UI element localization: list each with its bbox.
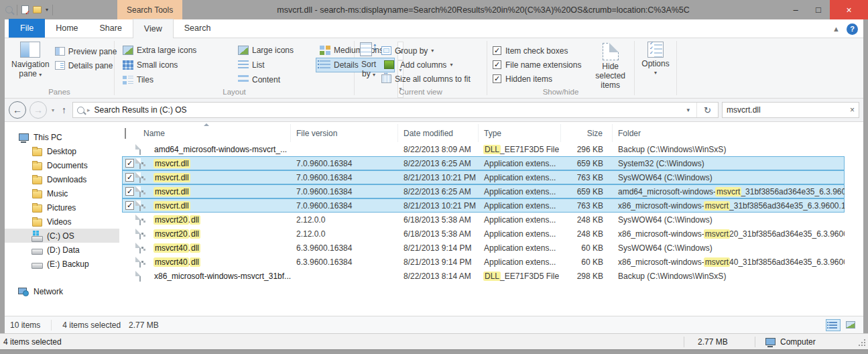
tab-share[interactable]: Share [89, 19, 133, 38]
item-checkbox[interactable]: ✓ [125, 187, 134, 196]
options-button[interactable]: Options ▾ [641, 42, 669, 98]
details-pane-button[interactable]: Details pane [55, 58, 117, 72]
column-header-name[interactable]: Name [138, 124, 291, 142]
thumbnails-view-toggle[interactable] [843, 319, 858, 331]
checkbox-icon[interactable]: ✓ [493, 46, 501, 55]
group-label-layout: Layout [115, 88, 354, 96]
table-row[interactable]: msvcrt20.dll2.12.0.06/18/2013 5:38 AMApp… [122, 227, 845, 241]
checkbox-item-check-boxes[interactable]: ✓Item check boxes [493, 44, 581, 58]
checkbox-icon[interactable]: ✓ [493, 60, 501, 69]
group-by-button[interactable]: Group by ▾ [381, 44, 471, 58]
sidebar-item-downloads[interactable]: Downloads [5, 172, 119, 186]
size-all-columns-button[interactable]: Size all columns to fit [381, 72, 471, 86]
sidebar-item-pictures[interactable]: Pictures [5, 200, 119, 215]
minimize-ribbon-icon[interactable]: ▲ [832, 25, 840, 33]
preview-pane-button[interactable]: Preview pane [55, 44, 117, 58]
sidebar-item-documents[interactable]: Documents [5, 158, 119, 172]
new-folder-icon[interactable] [33, 6, 42, 13]
sidebar-item--e-backup[interactable]: (E:) Backup [5, 257, 119, 271]
layout-extra-large-icons-button[interactable]: Extra large icons [119, 43, 234, 58]
column-header-folder[interactable]: Folder [613, 124, 845, 142]
properties-icon[interactable] [21, 5, 29, 14]
resize-grip[interactable] [856, 337, 867, 347]
cell-folder: amd64_microsoft-windows-msvcrt_31bf3856a… [613, 187, 845, 196]
forward-button[interactable]: → [29, 101, 47, 119]
details-view-toggle[interactable] [826, 319, 841, 331]
layout-item-label: Extra large icons [137, 46, 196, 55]
checkbox-file-name-extensions[interactable]: ✓File name extensions [493, 58, 581, 72]
cell-name: msvcrt20.dll [151, 229, 291, 239]
search-icon[interactable] [5, 6, 13, 13]
column-header-file-version[interactable]: File version [291, 124, 398, 142]
layout-large-icons-button[interactable]: Large icons [234, 43, 316, 58]
group-label-current-view: Current view [355, 88, 487, 96]
add-columns-button[interactable]: Add columns ▾ [381, 58, 471, 72]
select-all-checkbox[interactable] [125, 128, 126, 139]
large-icons-icon [238, 46, 249, 55]
table-row[interactable]: msvcrt20.dll2.12.0.06/18/2013 5:38 AMApp… [122, 213, 845, 227]
sidebar-item--c-os[interactable]: (C:) OS [5, 229, 119, 243]
close-button[interactable]: × [830, 0, 868, 19]
sidebar-item-music[interactable]: Music [5, 186, 119, 200]
recent-locations-icon[interactable]: ▾ [50, 107, 56, 113]
table-row[interactable]: ✓msvcrt.dll7.0.9600.163848/22/2013 6:25 … [122, 184, 845, 198]
up-button[interactable]: ↑ [59, 105, 69, 115]
tab-file[interactable]: File [9, 19, 45, 38]
sidebar-item-label: Downloads [47, 175, 86, 184]
column-header-size[interactable]: Size [561, 124, 613, 142]
sidebar-item-videos[interactable]: Videos [5, 215, 119, 229]
sidebar-item-network[interactable]: Network [5, 284, 119, 298]
sidebar-item-desktop[interactable]: Desktop [5, 144, 119, 158]
tab-search[interactable]: Search [174, 19, 222, 38]
window-controls: – □ × [784, 0, 868, 19]
checkbox-hidden-items[interactable]: ✓Hidden items [493, 72, 581, 86]
table-row[interactable]: ✓msvcrt.dll7.0.9600.163848/22/2013 6:25 … [122, 156, 845, 170]
layout-tiles-view-button[interactable]: Tiles [119, 72, 234, 87]
table-row[interactable]: msvcrt40.dll6.3.9600.163848/21/2013 9:14… [122, 255, 845, 269]
file-icon-cell [138, 145, 151, 154]
cell-folder: Backup (C:\Windows\WinSxS) [613, 272, 845, 281]
cell-file-version: 6.3.9600.16384 [291, 257, 398, 267]
layout-content-view-button[interactable]: Content [234, 72, 316, 87]
back-button[interactable]: ← [9, 101, 26, 119]
checkbox-icon[interactable]: ✓ [493, 74, 501, 83]
table-row[interactable]: amd64_microsoft-windows-msvcrt_...8/22/2… [122, 142, 845, 156]
item-checkbox[interactable]: ✓ [125, 173, 134, 182]
tab-home[interactable]: Home [45, 19, 88, 38]
column-header-type[interactable]: Type [479, 124, 561, 142]
cell-date-modified: 8/22/2013 8:09 AM [398, 145, 479, 154]
folder-icon [32, 146, 42, 157]
cell-size: 296 KB [561, 145, 613, 154]
thumbnails-view-icon [846, 321, 855, 329]
sidebar-item-this-pc[interactable]: This PC [5, 130, 119, 144]
sidebar-item--d-data[interactable]: (D:) Data [5, 243, 119, 257]
cell-file-version: 6.3.9600.16384 [291, 243, 398, 253]
address-dropdown-icon[interactable]: ▾ [682, 107, 696, 113]
layout-small-icons-button[interactable]: Small icons [119, 58, 234, 72]
table-row[interactable]: msvcrt40.dll6.3.9600.163848/21/2013 9:14… [122, 241, 845, 255]
maximize-button[interactable]: □ [807, 0, 830, 19]
help-icon[interactable]: ? [847, 23, 858, 35]
customize-qat-icon[interactable]: ▾ [46, 7, 48, 13]
chevron-right-icon[interactable]: ▸ [87, 107, 90, 113]
table-row[interactable]: ✓msvcrt.dll7.0.9600.163848/21/2013 10:21… [122, 170, 845, 184]
minimize-button[interactable]: – [784, 0, 807, 19]
clear-search-icon[interactable]: × [850, 105, 855, 115]
ribbon-group-show-hide: ✓Item check boxes✓File name extensions✓H… [487, 38, 634, 98]
hide-selected-label: Hide selected [586, 62, 634, 80]
cell-size: 248 KB [561, 215, 613, 225]
cell-date-modified: 6/18/2013 5:38 AM [398, 229, 479, 239]
table-row[interactable]: x86_microsoft-windows-msvcrt_31bf...8/22… [122, 269, 845, 283]
item-checkbox[interactable]: ✓ [125, 201, 134, 210]
column-header-date-modified[interactable]: Date modified [398, 124, 479, 142]
breadcrumb-location[interactable]: Search Results in (C:) OS [95, 105, 187, 115]
table-row[interactable]: ✓msvcrt.dll7.0.9600.163848/21/2013 10:21… [122, 198, 845, 213]
status-bar: 10 items 4 items selected 2.77 MB [5, 316, 863, 333]
breadcrumb[interactable]: ▸ Search Results in (C:) OS ▾ ↻ [72, 102, 719, 118]
tab-view[interactable]: View [133, 19, 174, 38]
cell-name: x86_microsoft-windows-msvcrt_31bf... [151, 272, 291, 281]
refresh-icon[interactable]: ↻ [698, 105, 717, 115]
item-checkbox[interactable]: ✓ [125, 159, 134, 168]
layout-list-view-button[interactable]: List [234, 58, 316, 72]
search-input[interactable]: msvcrt.dll × [722, 102, 859, 118]
